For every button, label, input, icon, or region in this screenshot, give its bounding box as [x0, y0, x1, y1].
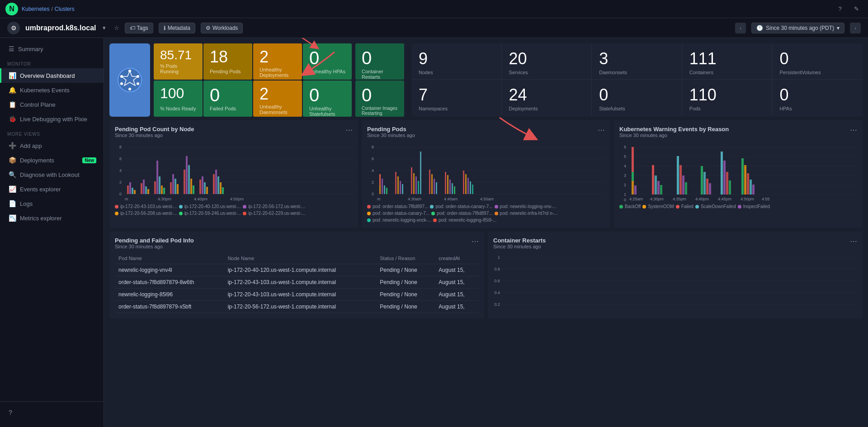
created-at-cell: August 15,	[435, 289, 479, 301]
statefulsets-stat: 0 Statefulsets	[592, 80, 682, 116]
restarts-menu[interactable]: ⋯	[850, 237, 857, 246]
svg-text:m: m	[377, 197, 381, 201]
clock-icon: 🕐	[756, 25, 763, 31]
svg-rect-112	[652, 165, 654, 195]
chart1-header: Pending Pod Count by Node Since 30 minut…	[115, 126, 353, 142]
svg-rect-80	[436, 182, 437, 194]
svg-rect-86	[463, 171, 464, 194]
svg-rect-110	[632, 181, 634, 195]
svg-rect-65	[382, 179, 383, 194]
unhealthy-statefulsets-tile[interactable]: 0 Unhealthy Statefulsets	[303, 81, 352, 117]
svg-text:4:55: 4:55	[762, 197, 770, 201]
svg-rect-119	[685, 182, 687, 195]
unhealthy-daemonsets-tile[interactable]: 2 Unhealthy Daemonsets	[253, 81, 302, 117]
container-images-restarting-tile[interactable]: 0 Container Images Restarting	[355, 81, 404, 117]
containers-label: Containers	[689, 70, 765, 75]
pods-stat: 110 Pods	[682, 80, 773, 116]
pods-running-tile[interactable]: 85.71 % Pods Running	[154, 43, 203, 80]
sidebar-item-add-app[interactable]: ➕ Add app	[0, 138, 104, 153]
kubernetes-logo-box	[109, 43, 150, 117]
chart1-menu[interactable]: ⋯	[345, 126, 353, 134]
svg-rect-121	[703, 172, 706, 195]
nodes-ready-label: % Nodes Ready	[160, 106, 196, 111]
metadata-button[interactable]: ℹ Metadata	[159, 23, 195, 33]
deploy-label: Deployments	[509, 106, 585, 111]
unhealthy-deployments-tile[interactable]: 2 Unhealthy Deployments	[253, 43, 302, 80]
sidebar-item-control-plane[interactable]: 📋 Control Plane	[0, 97, 104, 112]
nodes-ready-tile[interactable]: 100 % Nodes Ready	[154, 81, 203, 117]
header-metrics-section: 85.71 % Pods Running 18 Pending Pods 2 U…	[109, 43, 863, 117]
node-name-cell: ip-172-20-43-103.us-west-1.compute.inter…	[224, 289, 377, 301]
svg-rect-30	[163, 188, 165, 194]
svg-rect-129	[744, 165, 746, 195]
chart3-svg: 6 5 4 3 2 1 0	[619, 142, 857, 201]
created-at-cell: August 15,	[435, 276, 479, 289]
time-nav-back[interactable]: ‹	[735, 23, 746, 33]
table-header: Pending and Failed Pod Info Since 30 min…	[115, 237, 479, 253]
charts-row: Pending Pod Count by Node Since 30 minut…	[109, 120, 863, 228]
table-body: newrelic-logging-vnv4l ip-172-20-40-120.…	[115, 264, 479, 313]
svg-text:8: 8	[119, 145, 122, 149]
col-status-reason: Status / Reason	[376, 253, 435, 264]
svg-rect-76	[420, 152, 421, 194]
sidebar-item-diagnose[interactable]: 🔍 Diagnose with Lookout	[0, 167, 104, 182]
sidebar-item-metrics-explorer[interactable]: 📉 Metrics explorer	[0, 211, 104, 225]
time-range-selector[interactable]: 🕐 Since 30 minutes ago (PDT) ▾	[751, 23, 844, 33]
sidebar-item-help[interactable]: ?	[0, 405, 104, 420]
main-tiles-grid: 85.71 % Pods Running 18 Pending Pods 2 U…	[154, 43, 352, 117]
failed-pods-tile[interactable]: 0 Failed Pods	[203, 81, 252, 117]
favorite-icon[interactable]: ☆	[114, 24, 119, 31]
chart2-header: Pending Pods Since 30 minutes ago ⋯	[367, 126, 605, 142]
breadcrumb-clusters[interactable]: Clusters	[55, 6, 75, 12]
table-menu[interactable]: ⋯	[472, 237, 479, 246]
svg-rect-33	[175, 179, 176, 194]
sidebar-item-summary[interactable]: ☰ Summary	[0, 42, 104, 56]
svg-rect-20	[132, 188, 133, 194]
unhealthy-deployments-label: Unhealthy Deployments	[259, 67, 296, 78]
pod-info-panel: Pending and Failed Pod Info Since 30 min…	[109, 232, 484, 318]
chart2-menu[interactable]: ⋯	[598, 126, 605, 134]
sidebar-item-logs[interactable]: 📄 Logs	[0, 196, 104, 211]
ss-label: Statefulsets	[599, 106, 675, 111]
breadcrumb-kubernetes[interactable]: Kubernetes	[22, 6, 49, 12]
legend2-item-3: pod: newrelic-logging-vnv-...	[495, 204, 557, 209]
table-row: order-status-7f8d897879-x5bft ip-172-20-…	[115, 301, 479, 313]
namespaces-stat: 7 Namespaces	[411, 80, 502, 116]
help-button[interactable]: ?	[834, 3, 846, 15]
svg-text:6: 6	[372, 157, 374, 161]
svg-rect-36	[186, 156, 188, 194]
sidebar-item-kubernetes-events[interactable]: 🔔 Kubernetes Events	[0, 83, 104, 97]
svg-rect-84	[452, 183, 453, 194]
sidebar-item-overview-dashboard[interactable]: 📊 Overview Dashboard	[0, 68, 104, 83]
edit-button[interactable]: ✎	[850, 3, 863, 15]
k8s-warning-events-chart: Kubernetes Warning Events by Reason Sinc…	[614, 120, 863, 228]
cluster-dropdown-arrow[interactable]: ▾	[103, 24, 106, 31]
pod-info-table: Pod Name Node Name Status / Reason creat…	[115, 253, 479, 313]
chart3-menu[interactable]: ⋯	[850, 126, 857, 134]
legend3-backoff: BackOff	[619, 204, 641, 209]
svg-text:4: 4	[372, 168, 374, 173]
pod-name-cell: order-status-7f8d897879-x5bft	[115, 301, 224, 313]
sidebar-item-deployments[interactable]: 📦 Deployments New	[0, 153, 104, 167]
sidebar-item-live-debugging[interactable]: 🐞 Live Debugging with Pixie	[0, 112, 104, 126]
sidebar-label-metrics: Metrics explorer	[20, 215, 61, 222]
svg-text:0: 0	[372, 192, 374, 196]
tags-button[interactable]: 🏷 Tags	[125, 23, 153, 33]
pods-label: Pods	[689, 106, 765, 111]
container-tiles: 0 Container Restarts 0 Container Images …	[355, 43, 404, 117]
time-nav-forward[interactable]: ›	[850, 23, 861, 33]
sidebar-label-deployments: Deployments	[20, 157, 54, 164]
unhealthy-hpas-tile[interactable]: 0 Unhealthy HPAs	[303, 43, 352, 80]
pending-pods-tile[interactable]: 18 Pending Pods	[203, 43, 252, 80]
svg-text:m: m	[125, 197, 128, 201]
control-plane-icon: 📋	[9, 101, 16, 108]
container-restarts-tile[interactable]: 0 Container Restarts	[355, 43, 404, 80]
chart1-legend: ip-172-20-43-103.us-west-... ip-172-20-4…	[115, 204, 353, 216]
workloads-button[interactable]: ⚙ Workloads	[201, 23, 243, 33]
svg-text:4:30pm: 4:30pm	[158, 197, 171, 201]
chart3-subtitle: Since 30 minutes ago	[619, 133, 729, 138]
pod-info-title: Pending and Failed Pod Info	[115, 237, 194, 244]
sidebar-item-events-explorer[interactable]: 📈 Events explorer	[0, 182, 104, 196]
nodes-stat: 9 Nodes	[411, 43, 502, 80]
sidebar-label-add-app: Add app	[20, 142, 42, 149]
